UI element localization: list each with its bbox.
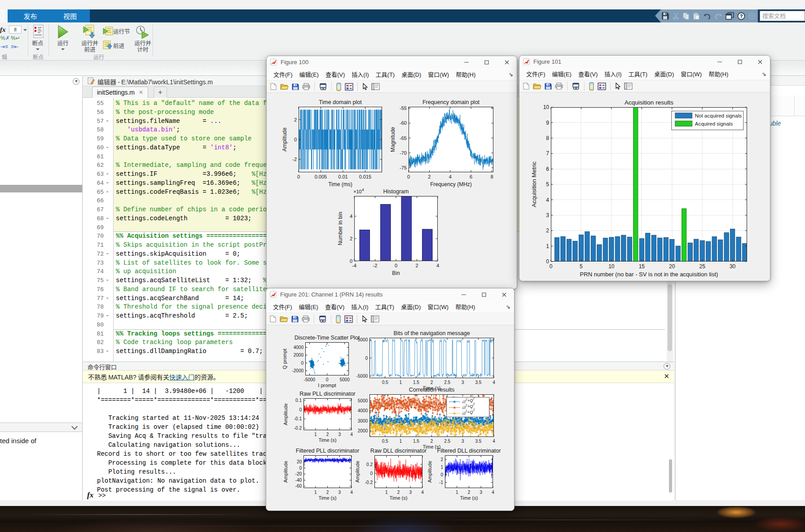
percent-cross-icon[interactable]: %✗ xyxy=(0,35,10,41)
command-window-menu-icon[interactable] xyxy=(664,363,670,370)
edit-plot-icon[interactable] xyxy=(362,83,368,91)
save-figure-icon[interactable] xyxy=(545,83,552,90)
print-preview-icon[interactable] xyxy=(319,83,327,91)
property-inspector-icon[interactable] xyxy=(624,83,633,90)
figure-menu-desktop[interactable]: 桌面(D) xyxy=(401,70,421,78)
run-advance-label[interactable]: 运行并前进 xyxy=(78,40,101,52)
figure-menu-edit[interactable]: 编辑(E) xyxy=(299,70,319,78)
help-icon[interactable]: ? xyxy=(737,12,745,20)
search-docs-input[interactable]: 搜索文档 xyxy=(760,11,805,21)
legend-icon[interactable] xyxy=(598,83,606,90)
breakpoints-button[interactable] xyxy=(32,25,44,40)
run-section-label[interactable]: 运行节 xyxy=(113,28,135,35)
figure-menu-window[interactable]: 窗口(W) xyxy=(681,70,702,78)
print-figure-icon[interactable] xyxy=(302,83,310,90)
close-icon[interactable] xyxy=(494,288,514,301)
figure-menu-view[interactable]: 查看(V) xyxy=(325,302,344,311)
property-inspector-icon[interactable] xyxy=(371,83,380,90)
percent-wrap-icon[interactable]: %↵ xyxy=(11,35,20,41)
figure-menu-desktop[interactable]: 桌面(D) xyxy=(401,302,421,311)
figure-titlebar[interactable]: Figure 201: Channel 1 (PRN 14) results xyxy=(266,288,514,301)
figure-menu-window[interactable]: 窗口(W) xyxy=(428,70,449,78)
figure-menu-tools[interactable]: 工具(T) xyxy=(375,302,395,311)
save-icon[interactable] xyxy=(661,12,669,20)
minimize-icon[interactable] xyxy=(456,56,476,68)
figure-menu-edit[interactable]: 编辑(E) xyxy=(299,302,318,311)
menubar-overflow-icon[interactable]: ⇘ xyxy=(506,304,510,310)
figure-menu-edit[interactable]: 编辑(E) xyxy=(552,70,572,78)
figure-menu-tools[interactable]: 工具(T) xyxy=(629,70,648,78)
panel-menu-icon[interactable] xyxy=(73,78,79,85)
legend-icon[interactable] xyxy=(345,83,353,91)
minimize-icon[interactable] xyxy=(453,288,474,301)
banner-close-icon[interactable]: ✕ xyxy=(664,372,669,380)
figure-menu-file[interactable]: 文件(F) xyxy=(526,70,545,78)
colorbar-icon[interactable] xyxy=(336,83,342,91)
scrollbar-thumb[interactable] xyxy=(668,284,672,351)
open-file-icon[interactable] xyxy=(280,83,289,90)
indent-right-icon[interactable]: ⇥≡ xyxy=(0,44,8,50)
advance-button[interactable] xyxy=(102,40,113,52)
new-file-icon[interactable] xyxy=(522,82,530,90)
details-panel-header[interactable] xyxy=(0,423,82,432)
quick-start-link[interactable]: 快速入门 xyxy=(169,372,194,381)
advance-label[interactable]: 前进 xyxy=(113,43,131,49)
figure-menu-view[interactable]: 查看(V) xyxy=(578,70,598,78)
ribbon-tab-publish[interactable]: 发布 xyxy=(13,9,47,22)
figure-menu-window[interactable]: 窗口(W) xyxy=(427,302,449,311)
close-icon[interactable] xyxy=(497,56,517,68)
fi-ribbon-icon[interactable]: fi xyxy=(9,26,22,34)
save-figure-icon[interactable] xyxy=(291,315,299,323)
breakpoints-dropdown[interactable] xyxy=(36,48,40,50)
maximize-icon[interactable] xyxy=(730,56,750,68)
figure-menu-view[interactable]: 查看(V) xyxy=(326,70,345,78)
switch-windows-icon[interactable] xyxy=(726,12,734,20)
indent-left-icon[interactable]: ≡⇤ xyxy=(11,44,18,50)
command-window-scrollbar[interactable] xyxy=(669,459,672,493)
figure-menu-help[interactable]: 帮助(H) xyxy=(456,70,475,78)
new-file-icon[interactable] xyxy=(269,83,277,91)
open-file-icon[interactable] xyxy=(280,315,288,323)
fi-dropdown-arrow[interactable] xyxy=(23,28,27,31)
run-time-label[interactable]: 运行并计时 xyxy=(131,40,154,52)
run-dropdown[interactable] xyxy=(61,48,65,50)
print-preview-icon[interactable] xyxy=(572,83,580,90)
figure-titlebar[interactable]: Figure 100 xyxy=(267,56,517,68)
fx-ribbon-icon[interactable]: fx xyxy=(0,26,6,34)
close-icon[interactable] xyxy=(750,56,770,68)
folder-selected-row[interactable] xyxy=(0,185,82,192)
property-inspector-icon[interactable] xyxy=(371,315,379,323)
print-preview-icon[interactable] xyxy=(318,315,327,323)
figure-titlebar[interactable]: Figure 101 xyxy=(519,56,770,68)
undo-icon[interactable] xyxy=(703,13,711,20)
figure-menu-insert[interactable]: 插入(I) xyxy=(604,70,621,78)
run-section-button[interactable] xyxy=(102,26,113,38)
menubar-overflow-icon[interactable]: ⇘ xyxy=(509,71,513,78)
run-label[interactable]: 运行 xyxy=(51,40,75,46)
editor-tab-initsettings[interactable]: initSettings.m ✕ xyxy=(92,87,148,98)
qat-more-icon[interactable] xyxy=(748,13,756,20)
ribbon-tab-selected-partial[interactable] xyxy=(0,9,8,22)
legend-icon[interactable] xyxy=(344,315,353,323)
figure-menu-desktop[interactable]: 桌面(D) xyxy=(654,70,674,78)
print-figure-icon[interactable] xyxy=(302,315,310,323)
save-figure-icon[interactable] xyxy=(292,83,299,90)
colorbar-icon[interactable] xyxy=(335,315,341,323)
colorbar-icon[interactable] xyxy=(589,82,594,91)
new-file-icon[interactable] xyxy=(269,315,277,323)
edit-plot-icon[interactable] xyxy=(361,315,368,323)
maximize-icon[interactable] xyxy=(474,288,494,301)
maximize-icon[interactable] xyxy=(476,56,497,68)
edit-plot-icon[interactable] xyxy=(615,83,621,90)
ribbon-tab-view[interactable]: 视图 xyxy=(55,9,85,22)
breakpoints-label[interactable]: 断点 xyxy=(26,40,49,46)
new-tab-button[interactable]: + xyxy=(154,87,167,98)
minimize-icon[interactable] xyxy=(709,56,730,68)
print-figure-icon[interactable] xyxy=(555,83,563,90)
open-file-icon[interactable] xyxy=(533,83,541,90)
figure-menu-insert[interactable]: 插入(I) xyxy=(351,302,368,311)
figure-menu-help[interactable]: 帮助(H) xyxy=(708,70,728,78)
figure-menu-insert[interactable]: 插入(I) xyxy=(352,70,369,78)
tab-close-icon[interactable]: ✕ xyxy=(139,89,143,96)
menubar-overflow-icon[interactable]: ⇘ xyxy=(762,71,766,77)
